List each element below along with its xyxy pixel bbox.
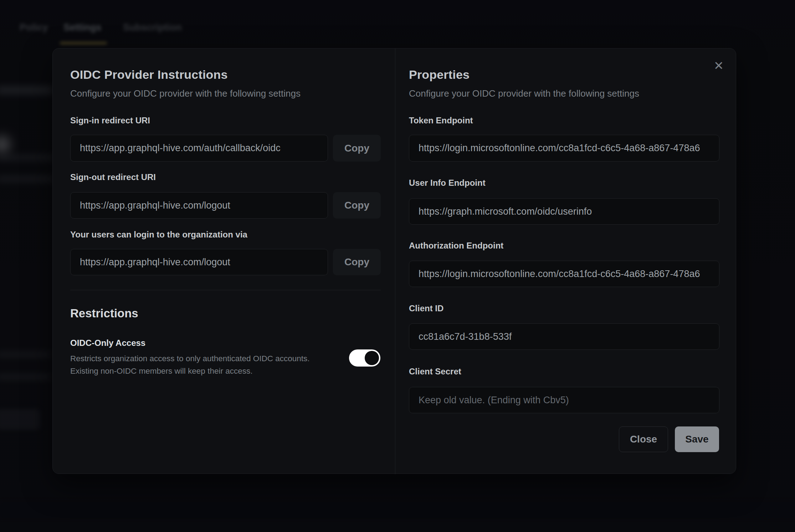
right-column-subtitle: Configure your OIDC provider with the fo… <box>409 88 639 99</box>
client-secret-input[interactable] <box>409 395 719 406</box>
right-column-title: Properties <box>409 68 470 82</box>
userinfo-endpoint-input[interactable] <box>409 206 719 217</box>
signin-redirect-uri-label: Sign-in redirect URI <box>70 116 150 126</box>
restrictions-heading: Restrictions <box>70 307 138 320</box>
description-line: Restricts organization access to only au… <box>70 352 310 365</box>
userinfo-endpoint-field <box>409 198 719 225</box>
client-secret-label: Client Secret <box>409 367 461 377</box>
authorization-endpoint-field <box>409 261 719 287</box>
client-id-label: Client ID <box>409 303 443 313</box>
signout-redirect-uri-label: Sign-out redirect URI <box>70 172 156 182</box>
save-button[interactable]: Save <box>675 426 719 452</box>
left-column-subtitle: Configure your OIDC provider with the fo… <box>70 88 301 99</box>
client-id-field <box>409 323 719 350</box>
description-line: Existing non-OIDC members will keep thei… <box>70 365 310 377</box>
signout-redirect-uri-field <box>70 192 328 219</box>
oidc-only-access-label: OIDC-Only Access <box>70 338 145 348</box>
org-login-uri-input[interactable] <box>71 257 328 268</box>
token-endpoint-field <box>409 135 719 162</box>
signin-redirect-uri-field <box>70 135 328 162</box>
authorization-endpoint-input[interactable] <box>409 268 719 280</box>
client-id-input[interactable] <box>409 331 719 342</box>
userinfo-endpoint-label: User Info Endpoint <box>409 178 486 188</box>
close-icon[interactable]: ✕ <box>710 57 727 74</box>
left-column-title: OIDC Provider Instructions <box>70 68 228 82</box>
close-button[interactable]: Close <box>619 426 668 452</box>
org-login-uri-field <box>70 249 328 275</box>
org-login-uri-label: Your users can login to the organization… <box>70 230 247 240</box>
oidc-settings-dialog: ✕ OIDC Provider Instructions Configure y… <box>52 48 736 474</box>
copy-signin-uri-button[interactable]: Copy <box>333 135 381 162</box>
oidc-only-access-description: Restricts organization access to only au… <box>70 352 310 377</box>
toggle-knob <box>365 351 379 365</box>
restrictions-divider <box>70 290 381 290</box>
copy-signout-uri-button[interactable]: Copy <box>333 192 381 219</box>
authorization-endpoint-label: Authorization Endpoint <box>409 241 503 251</box>
copy-org-login-uri-button[interactable]: Copy <box>333 249 381 275</box>
column-divider <box>395 48 395 474</box>
signin-redirect-uri-input[interactable] <box>71 143 328 154</box>
oidc-only-access-toggle[interactable] <box>349 349 380 367</box>
token-endpoint-input[interactable] <box>409 143 719 154</box>
token-endpoint-label: Token Endpoint <box>409 116 473 126</box>
signout-redirect-uri-input[interactable] <box>71 200 328 211</box>
client-secret-field <box>409 387 719 413</box>
